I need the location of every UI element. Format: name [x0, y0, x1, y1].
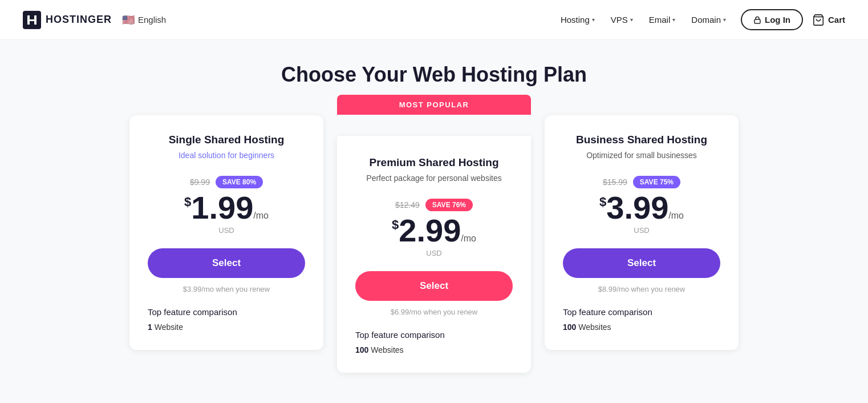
- price-amount-premium: 2.99: [399, 212, 461, 248]
- nav-hosting-label: Hosting: [561, 15, 590, 25]
- plan-card-single: Single Shared Hosting Ideal solution for…: [129, 115, 323, 350]
- save-badge-single: SAVE 80%: [216, 176, 263, 188]
- plan-name-single: Single Shared Hosting: [148, 134, 305, 146]
- save-badge-business: SAVE 75%: [633, 176, 680, 188]
- nav-vps-label: VPS: [611, 15, 628, 25]
- chevron-down-icon: ▾: [723, 17, 726, 23]
- language-selector[interactable]: 🇺🇸 English: [122, 14, 166, 26]
- currency-premium: USD: [355, 249, 513, 257]
- original-price-single: $9.99: [190, 178, 210, 187]
- price-display-premium: $2.99/mo: [355, 215, 513, 247]
- select-button-business[interactable]: Select: [563, 248, 720, 278]
- nav-item-email[interactable]: Email ▾: [643, 10, 682, 29]
- select-button-premium[interactable]: Select: [355, 271, 513, 301]
- cart-icon: [812, 14, 825, 26]
- price-row-single: $9.99 SAVE 80%: [148, 176, 305, 188]
- pricing-grid: Single Shared Hosting Ideal solution for…: [103, 115, 765, 373]
- navbar-left: HOSTINGER 🇺🇸 English: [23, 11, 555, 29]
- navbar-nav: Hosting ▾ VPS ▾ Email ▾ Domain ▾: [555, 10, 732, 29]
- price-period-business: /mo: [668, 211, 684, 220]
- chevron-down-icon: ▾: [592, 17, 595, 23]
- original-price-premium: $12.49: [395, 200, 420, 209]
- original-price-business: $15.99: [603, 178, 627, 187]
- price-amount-business: 3.99: [606, 190, 668, 225]
- svg-rect-1: [755, 19, 760, 23]
- plan-card-premium: Premium Shared Hosting Perfect package f…: [337, 136, 531, 373]
- navbar: HOSTINGER 🇺🇸 English Hosting ▾ VPS ▾ Ema…: [0, 0, 868, 40]
- price-display-single: $1.99/mo: [148, 192, 305, 224]
- plan-subtitle-single: Ideal solution for beginners: [148, 151, 305, 160]
- flag-icon: 🇺🇸: [122, 14, 135, 26]
- page-title: Choose Your Web Hosting Plan: [103, 63, 765, 87]
- main-content: Choose Your Web Hosting Plan Single Shar…: [92, 40, 776, 396]
- price-row-business: $15.99 SAVE 75%: [563, 176, 720, 188]
- price-row-premium: $12.49 SAVE 76%: [355, 199, 513, 211]
- nav-domain-label: Domain: [691, 15, 721, 25]
- nav-item-domain[interactable]: Domain ▾: [686, 10, 732, 29]
- select-button-single[interactable]: Select: [148, 248, 305, 278]
- cart-button[interactable]: Cart: [812, 14, 845, 26]
- nav-item-hosting[interactable]: Hosting ▾: [555, 10, 601, 29]
- chevron-down-icon: ▾: [672, 17, 675, 23]
- nav-item-vps[interactable]: VPS ▾: [605, 10, 639, 29]
- websites-premium: 100 Websites: [355, 345, 513, 354]
- price-period-single: /mo: [253, 211, 269, 220]
- plan-name-business: Business Shared Hosting: [563, 134, 720, 146]
- features-title-business: Top feature comparison: [563, 307, 720, 317]
- renew-text-premium: $6.99/mo when you renew: [355, 308, 513, 316]
- renew-text-business: $8.99/mo when you renew: [563, 285, 720, 293]
- renew-text-single: $3.99/mo when you renew: [148, 285, 305, 293]
- websites-single: 1 Website: [148, 323, 305, 332]
- login-label: Log In: [765, 15, 790, 25]
- brand-name: HOSTINGER: [46, 14, 112, 26]
- dollar-sign-business: $: [599, 195, 606, 209]
- save-badge-premium: SAVE 76%: [425, 199, 473, 211]
- websites-business: 100 Websites: [563, 323, 720, 332]
- plan-subtitle-business: Optimized for small businesses: [563, 151, 720, 160]
- chevron-down-icon: ▾: [630, 17, 633, 23]
- currency-business: USD: [563, 226, 720, 235]
- currency-single: USD: [148, 226, 305, 235]
- dollar-sign-single: $: [184, 195, 191, 209]
- dollar-sign-premium: $: [392, 217, 399, 232]
- plan-card-business: Business Shared Hosting Optimized for sm…: [545, 115, 739, 350]
- lock-icon: [753, 16, 761, 24]
- price-period-premium: /mo: [461, 233, 476, 243]
- logo-icon: [23, 11, 41, 29]
- plan-subtitle-premium: Perfect package for personal websites: [355, 174, 513, 183]
- popular-badge: MOST POPULAR: [337, 95, 531, 115]
- navbar-actions: Log In Cart: [741, 9, 845, 30]
- cart-label: Cart: [828, 15, 845, 25]
- price-display-business: $3.99/mo: [563, 192, 720, 224]
- nav-email-label: Email: [649, 15, 671, 25]
- features-title-single: Top feature comparison: [148, 307, 305, 317]
- features-title-premium: Top feature comparison: [355, 330, 513, 340]
- price-amount-single: 1.99: [191, 190, 253, 225]
- language-label: English: [138, 15, 166, 25]
- plan-name-premium: Premium Shared Hosting: [355, 156, 513, 169]
- logo[interactable]: HOSTINGER: [23, 11, 112, 29]
- plan-card-premium-wrapper: MOST POPULAR Premium Shared Hosting Perf…: [337, 115, 531, 373]
- login-button[interactable]: Log In: [741, 9, 803, 30]
